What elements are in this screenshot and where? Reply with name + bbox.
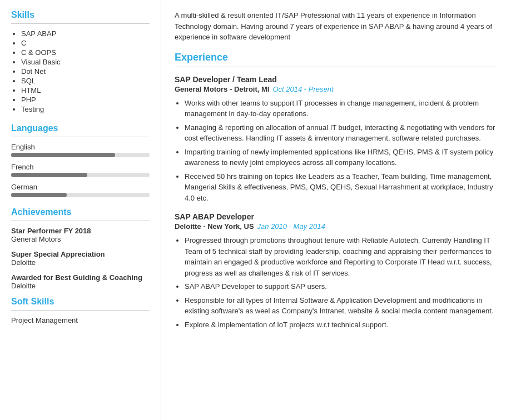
skill-item: SQL <box>21 77 150 85</box>
resume-container: Skills SAP ABAPCC & OOPSVisual BasicDot … <box>0 0 511 420</box>
language-bar <box>11 193 67 197</box>
achievement-title: Super Special Appreciation <box>11 250 150 258</box>
achievement-org: General Motors <box>11 235 150 243</box>
achievements-section: Star Performer FY 2018 General Motors Su… <box>11 227 150 290</box>
achievement-title: Star Performer FY 2018 <box>11 227 150 235</box>
soft-skill-item: Project Management <box>11 316 150 324</box>
job-company-row: General Motors - Detroit, MI Oct 2014 - … <box>175 85 498 93</box>
language-bar-bg <box>11 173 150 177</box>
skill-item: Visual Basic <box>21 58 150 66</box>
language-name: French <box>11 163 150 171</box>
achievements-divider <box>11 221 150 221</box>
summary-text: A multi-skilled & result oriented IT/SAP… <box>175 10 498 43</box>
job-dates: Oct 2014 - Present <box>272 85 333 93</box>
soft-skills-divider <box>11 310 150 311</box>
languages-divider <box>11 137 150 137</box>
language-item: French <box>11 163 150 177</box>
experience-divider <box>175 67 498 67</box>
language-item: English <box>11 143 150 157</box>
achievement-item: Super Special Appreciation Deloitte <box>11 250 150 267</box>
languages-title: Languages <box>11 123 150 133</box>
soft-skills-title: Soft Skills <box>11 297 150 307</box>
language-item: German <box>11 183 150 197</box>
job-title: SAP Developer / Team Lead <box>175 75 498 84</box>
language-bar <box>11 153 115 157</box>
languages-section: English French German <box>11 143 150 197</box>
job-company: Deloitte - New York, US <box>175 222 254 231</box>
job-company-row: Deloitte - New York, US Jan 2010 - May 2… <box>175 222 498 231</box>
job-dates: Jan 2010 - May 2014 <box>257 222 325 231</box>
achievement-org: Deloitte <box>11 258 150 267</box>
jobs-section: SAP Developer / Team LeadGeneral Motors … <box>175 75 498 331</box>
skills-list: SAP ABAPCC & OOPSVisual BasicDot NetSQLH… <box>11 29 150 113</box>
skill-item: Testing <box>21 105 150 113</box>
job-bullet: Managing & reporting on allocation of an… <box>185 122 498 144</box>
achievement-title: Awarded for Best Guiding & Coaching <box>11 273 150 282</box>
skill-item: Dot Net <box>21 67 150 76</box>
job-bullet: Works with other teams to support IT pro… <box>185 98 498 119</box>
skill-item: C <box>21 39 150 47</box>
job-bullet: Received 50 hrs training on topics like … <box>185 171 498 204</box>
soft-skills-section: Project Management <box>11 316 150 324</box>
left-column: Skills SAP ABAPCC & OOPSVisual BasicDot … <box>0 0 161 420</box>
achievement-org: Deloitte <box>11 282 150 290</box>
job-company: General Motors - Detroit, MI <box>175 85 269 93</box>
job-entry: SAP Developer / Team LeadGeneral Motors … <box>175 75 498 204</box>
language-name: English <box>11 143 150 151</box>
job-title: SAP ABAP Developer <box>175 212 498 221</box>
language-bar-bg <box>11 153 150 157</box>
job-bullets: Works with other teams to support IT pro… <box>175 98 498 204</box>
job-bullet: Progressed through promotions throughout… <box>185 235 498 278</box>
skill-item: SAP ABAP <box>21 29 150 38</box>
skill-item: PHP <box>21 96 150 104</box>
skills-title: Skills <box>11 10 150 20</box>
job-bullets: Progressed through promotions throughout… <box>175 235 498 330</box>
achievement-item: Awarded for Best Guiding & Coaching Delo… <box>11 273 150 290</box>
job-bullet: Imparting training of newly implemented … <box>185 147 498 168</box>
right-column: A multi-skilled & result oriented IT/SAP… <box>161 0 511 420</box>
job-entry: SAP ABAP DeveloperDeloitte - New York, U… <box>175 212 498 330</box>
skills-divider <box>11 23 150 24</box>
language-bar-bg <box>11 193 150 197</box>
skill-item: HTML <box>21 86 150 94</box>
language-bar <box>11 173 87 177</box>
achievements-title: Achievements <box>11 207 150 217</box>
job-bullet: Responsible for all types of Internal So… <box>185 295 498 317</box>
achievement-item: Star Performer FY 2018 General Motors <box>11 227 150 243</box>
language-name: German <box>11 183 150 191</box>
job-bullet: Explore & implementation of IoT projects… <box>185 319 498 331</box>
experience-title: Experience <box>175 52 498 63</box>
skill-item: C & OOPS <box>21 48 150 57</box>
job-bullet: SAP ABAP Developer to support SAP users. <box>185 281 498 292</box>
